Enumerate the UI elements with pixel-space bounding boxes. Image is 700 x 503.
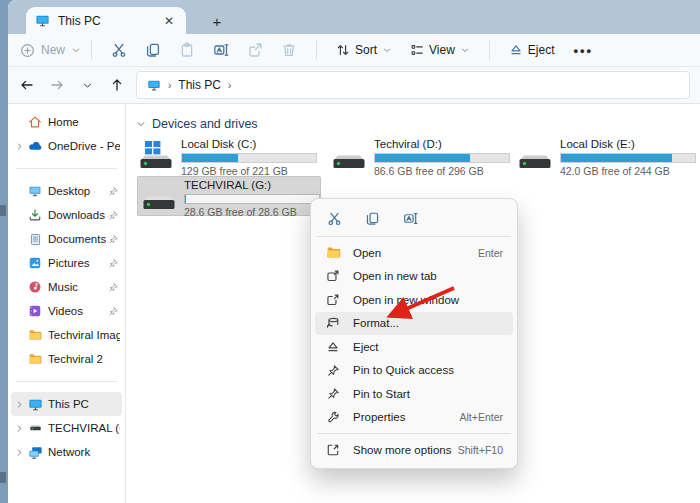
more-options-button[interactable]: ••• xyxy=(564,43,604,58)
videos-icon xyxy=(26,304,44,318)
eject-button[interactable]: Eject xyxy=(500,37,564,63)
sidebar-item-techviral-2[interactable]: Techviral 2 xyxy=(11,347,122,371)
sidebar-item-network[interactable]: Network xyxy=(11,440,122,464)
divider xyxy=(91,40,92,60)
divider xyxy=(317,433,511,434)
paste-button[interactable] xyxy=(170,37,204,63)
breadcrumb[interactable]: › This PC › xyxy=(136,71,690,99)
menu-item-label: Pin to Quick access xyxy=(353,364,454,376)
view-label: View xyxy=(429,43,455,57)
home-icon xyxy=(26,115,44,129)
menu-item-label: Eject xyxy=(353,341,379,353)
drive-icon xyxy=(330,138,368,172)
sidebar-item-documents[interactable]: Documents xyxy=(11,227,122,251)
chevron-right-icon[interactable] xyxy=(13,424,26,433)
capacity-bar xyxy=(184,194,320,204)
drive-name: Local Disk (C:) xyxy=(181,138,321,151)
recent-locations-button[interactable] xyxy=(72,72,102,98)
sidebar-item-label: This PC xyxy=(48,398,120,410)
rename-button[interactable] xyxy=(395,206,425,231)
sidebar-item-onedrive[interactable]: OneDrive - Persona xyxy=(11,134,122,158)
sidebar-item-label: Techviral 2 xyxy=(48,353,120,365)
chevron-right-icon[interactable] xyxy=(13,400,26,409)
tab-close-icon[interactable]: ✕ xyxy=(161,14,177,28)
drive-icon xyxy=(26,421,44,436)
breadcrumb-this-pc[interactable]: This PC xyxy=(178,78,221,92)
menu-item-label: Open xyxy=(353,247,381,259)
up-button[interactable] xyxy=(102,72,132,98)
menu-item-open[interactable]: Open Enter xyxy=(315,241,513,265)
devices-and-drives-header[interactable]: Devices and drives xyxy=(136,117,258,131)
menu-item-open-in-new-tab[interactable]: Open in new tab xyxy=(315,265,513,289)
sidebar-item-techviral-g[interactable]: TECHVIRAL (G:) xyxy=(11,416,122,440)
crumb-separator: › xyxy=(168,80,171,91)
sidebar-item-pictures[interactable]: Pictures xyxy=(11,251,122,275)
divider xyxy=(16,168,117,169)
divider xyxy=(16,381,117,382)
chevron-right-icon[interactable] xyxy=(13,448,26,457)
sidebar-item-this-pc[interactable]: This PC xyxy=(11,392,122,416)
menu-item-eject[interactable]: Eject xyxy=(315,335,513,359)
chevron-down-icon xyxy=(71,45,81,55)
cut-button[interactable] xyxy=(102,37,136,63)
menu-item-properties[interactable]: Properties Alt+Enter xyxy=(315,406,513,430)
drive-tile-d[interactable]: Techviral (D:) 86.6 GB free of 296 GB xyxy=(330,138,514,178)
sidebar-item-techviral-images[interactable]: Techviral Images xyxy=(11,323,122,347)
sidebar-item-downloads[interactable]: Downloads xyxy=(11,203,122,227)
desktop-icon-fragment xyxy=(0,472,6,483)
section-header-label: Devices and drives xyxy=(152,117,258,131)
view-button[interactable]: View xyxy=(401,37,479,63)
copy-button[interactable] xyxy=(357,206,387,231)
capacity-bar xyxy=(181,153,317,163)
folder-icon xyxy=(26,352,44,366)
rename-button[interactable] xyxy=(204,37,238,63)
menu-item-pin-to-start[interactable]: Pin to Start xyxy=(315,382,513,406)
menu-item-format[interactable]: Format... xyxy=(315,312,513,336)
share-button[interactable] xyxy=(238,37,272,63)
chevron-right-icon[interactable] xyxy=(13,142,26,151)
downloads-icon xyxy=(26,208,44,222)
plus-circle-icon xyxy=(20,43,35,58)
copy-button[interactable] xyxy=(136,37,170,63)
menu-item-show-more-options[interactable]: Show more options Shift+F10 xyxy=(315,438,513,462)
new-tab-icon xyxy=(325,269,341,283)
chevron-down-icon xyxy=(460,45,470,55)
drive-tile-g-selected[interactable]: TECHVIRAL (G:) 28.6 GB free of 28.6 GB xyxy=(137,176,321,216)
divider xyxy=(316,40,317,60)
menu-item-label: Pin to Start xyxy=(353,388,410,400)
new-button[interactable]: New xyxy=(20,43,81,58)
capacity-bar xyxy=(374,153,510,163)
menu-item-open-in-new-window[interactable]: Open in new window xyxy=(315,288,513,312)
cut-button[interactable] xyxy=(319,206,349,231)
pin-icon xyxy=(106,210,120,221)
sort-button[interactable]: Sort xyxy=(327,37,401,63)
wrench-icon xyxy=(325,411,341,424)
delete-button[interactable] xyxy=(272,37,306,63)
drive-icon xyxy=(516,138,554,172)
divider xyxy=(317,236,511,237)
pin-icon xyxy=(106,282,120,293)
new-tab-button[interactable]: + xyxy=(206,10,228,32)
sidebar-item-music[interactable]: Music xyxy=(11,275,122,299)
forward-button[interactable] xyxy=(42,72,72,98)
sidebar-item-home[interactable]: Home xyxy=(11,110,122,134)
folder-icon xyxy=(325,245,341,260)
sidebar-item-videos[interactable]: Videos xyxy=(11,299,122,323)
back-button[interactable] xyxy=(12,72,42,98)
menu-item-pin-to-quick-access[interactable]: Pin to Quick access xyxy=(315,359,513,383)
drive-tile-c[interactable]: Local Disk (C:) 129 GB free of 221 GB xyxy=(137,138,321,178)
desktop-icon xyxy=(26,184,44,198)
menu-shortcut: Shift+F10 xyxy=(458,444,503,456)
menu-item-label: Show more options xyxy=(353,444,451,456)
pin-icon xyxy=(106,186,120,197)
pin-icon xyxy=(106,306,120,317)
sidebar-item-label: Techviral Images xyxy=(48,329,120,341)
sidebar-item-desktop[interactable]: Desktop xyxy=(11,179,122,203)
pin-icon xyxy=(325,364,341,377)
folder-icon xyxy=(26,328,44,342)
drive-info: 42.0 GB free of 244 GB xyxy=(560,165,700,178)
chevron-down-icon[interactable] xyxy=(136,119,146,129)
drive-tile-e[interactable]: Local Disk (E:) 42.0 GB free of 244 GB xyxy=(516,138,700,178)
pin-icon xyxy=(106,258,120,269)
tab-this-pc[interactable]: This PC ✕ xyxy=(26,7,186,34)
